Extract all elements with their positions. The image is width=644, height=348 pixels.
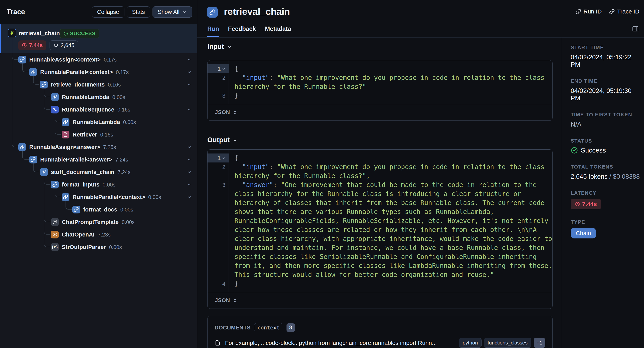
line-number <box>208 171 228 181</box>
tree-row[interactable]: RunnableLambda0.00s <box>0 91 197 103</box>
link-icon <box>18 56 26 64</box>
tree-row[interactable]: ChatPromptTemplate0.00s <box>0 216 197 228</box>
tree-row[interactable]: format_inputs0.00s <box>0 178 197 191</box>
tree-row[interactable]: RunnableParallel<context>0.17s <box>0 66 197 78</box>
meta-label: TIME TO FIRST TOKEN <box>571 112 640 118</box>
link-icon <box>18 143 26 151</box>
tree-row-label: RunnableParallel<context> <box>40 69 113 75</box>
line-number: 4 <box>208 279 228 288</box>
success-status-badge: SUCCESS <box>60 29 99 38</box>
trace-id-button[interactable]: Trace ID <box>609 8 639 15</box>
tree-row-label: ChatOpenAI <box>62 231 94 238</box>
toggle-side-panel-icon[interactable] <box>632 25 639 32</box>
tree-connector <box>44 176 50 247</box>
tree-row-duration: 0.16s <box>108 82 121 88</box>
root-latency-badge: 7.44s <box>18 40 46 50</box>
chevron-down-icon[interactable] <box>187 157 192 162</box>
link-icon <box>40 168 48 176</box>
chevron-down-icon[interactable] <box>187 82 192 87</box>
input-code-editor: 123{ "input": "What one improvement do y… <box>208 60 552 104</box>
line-number[interactable]: 1 <box>208 153 228 162</box>
line-number <box>208 207 228 216</box>
code-text: { "input": "What one improvement do you … <box>228 153 552 288</box>
chevron-down-icon <box>227 44 232 49</box>
prompt-icon <box>51 218 59 226</box>
tree-row[interactable]: {x}StrOutputParser0.00s <box>0 241 197 253</box>
chevron-down-icon[interactable] <box>187 169 192 175</box>
document-list-item[interactable]: For example, .. code-block:: python from… <box>214 338 545 347</box>
show-all-dropdown[interactable]: Show All <box>152 7 192 18</box>
link-icon <box>51 181 59 189</box>
type-badge: Chain <box>571 228 596 238</box>
tab-metadata[interactable]: Metadata <box>265 25 291 37</box>
code-line: shows that there are various Runnable ty… <box>234 207 552 216</box>
meta-label: LATENCY <box>571 190 640 196</box>
root-tokens-badge: 2,645 <box>50 40 78 50</box>
clock-icon <box>575 202 580 207</box>
input-section-header[interactable]: Input <box>207 43 232 50</box>
latency-value: 7.44s <box>582 201 597 207</box>
retriever-icon <box>62 131 70 138</box>
code-line: specific classes like SerializableRunnab… <box>234 252 552 261</box>
sidebar-divider <box>197 0 197 348</box>
tree-row-label: ChatPromptTemplate <box>62 219 118 225</box>
success-status-label: SUCCESS <box>70 31 95 37</box>
output-format-selector[interactable]: JSON <box>208 292 552 308</box>
meta-label: START TIME <box>571 45 640 51</box>
tree-row[interactable]: ChatOpenAI7.23s <box>0 228 197 241</box>
link-icon <box>609 9 615 15</box>
meta-end-time: END TIME 04/02/2024, 05:19:30 PM <box>571 78 640 102</box>
tree-row[interactable]: RunnableParallel<context>0.00s <box>0 191 197 203</box>
line-number[interactable]: 1 <box>208 64 228 73</box>
link-icon <box>72 206 80 214</box>
line-number <box>208 261 228 270</box>
chevron-down-icon[interactable] <box>187 107 192 112</box>
tree-row[interactable]: Retriever0.16s <box>0 128 197 141</box>
line-number: 2 <box>208 162 228 171</box>
chevron-down-icon[interactable] <box>187 182 192 187</box>
tree-row[interactable]: RunnableParallel<answer>7.24s <box>0 153 197 166</box>
root-tokens-value: 2,645 <box>61 42 74 48</box>
langchain-parrot-icon <box>8 29 16 37</box>
document-tag: python <box>459 338 482 347</box>
openai-icon <box>51 231 59 238</box>
tree-row[interactable]: RunnableSequence0.16s <box>0 103 197 116</box>
tree-row-label: retrieve_documents <box>51 81 105 88</box>
input-format-selector[interactable]: JSON <box>208 104 552 120</box>
code-line: clear class hierarchy, with appropriate … <box>234 234 552 243</box>
tree-row[interactable]: stuff_documents_chain7.24s <box>0 166 197 178</box>
link-icon <box>576 9 581 15</box>
check-circle-icon <box>64 31 68 36</box>
meta-time-to-first-token: TIME TO FIRST TOKEN N/A <box>571 112 640 128</box>
meta-status: STATUS Success <box>571 138 640 154</box>
chevron-down-icon[interactable] <box>187 144 192 149</box>
line-number <box>208 243 228 252</box>
meta-total-tokens: TOTAL TOKENS 2,645 tokens / $0.08388 <box>571 164 640 180</box>
sequence-icon <box>51 106 59 113</box>
tab-feedback[interactable]: Feedback <box>228 25 256 37</box>
input-heading: Input <box>207 43 224 50</box>
chevron-down-icon[interactable] <box>187 195 192 200</box>
collapse-button[interactable]: Collapse <box>92 7 124 18</box>
line-number <box>208 82 228 91</box>
stats-button[interactable]: Stats <box>127 7 150 18</box>
chevron-down-icon[interactable] <box>187 57 192 62</box>
documents-count-badge: 8 <box>286 323 295 332</box>
output-section-header[interactable]: Output <box>207 136 238 144</box>
tree-row-label: format_inputs <box>62 182 100 188</box>
tree-row[interactable]: RunnableAssign<context>0.17s <box>0 53 197 66</box>
trace-root-row[interactable]: retrieval_chain SUCCESS 7.44s 2,645 <box>0 25 197 53</box>
run-id-button[interactable]: Run ID <box>576 8 602 15</box>
link-icon <box>62 193 70 201</box>
line-number: 3 <box>208 181 228 190</box>
tab-run[interactable]: Run <box>207 25 219 37</box>
tree-row[interactable]: format_docs0.00s <box>0 203 197 216</box>
tree-row[interactable]: RunnableAssign<answer>7.25s <box>0 141 197 153</box>
tree-row[interactable]: RunnableLambda0.00s <box>0 116 197 128</box>
chevron-down-icon[interactable] <box>187 70 192 75</box>
tree-row[interactable]: retrieve_documents0.16s <box>0 78 197 91</box>
line-number: 2 <box>208 73 228 82</box>
line-number <box>208 199 228 207</box>
tree-row-duration: 0.00s <box>148 194 161 200</box>
trace-tree: retrieval_chain SUCCESS 7.44s 2,645 Runn… <box>0 25 197 348</box>
